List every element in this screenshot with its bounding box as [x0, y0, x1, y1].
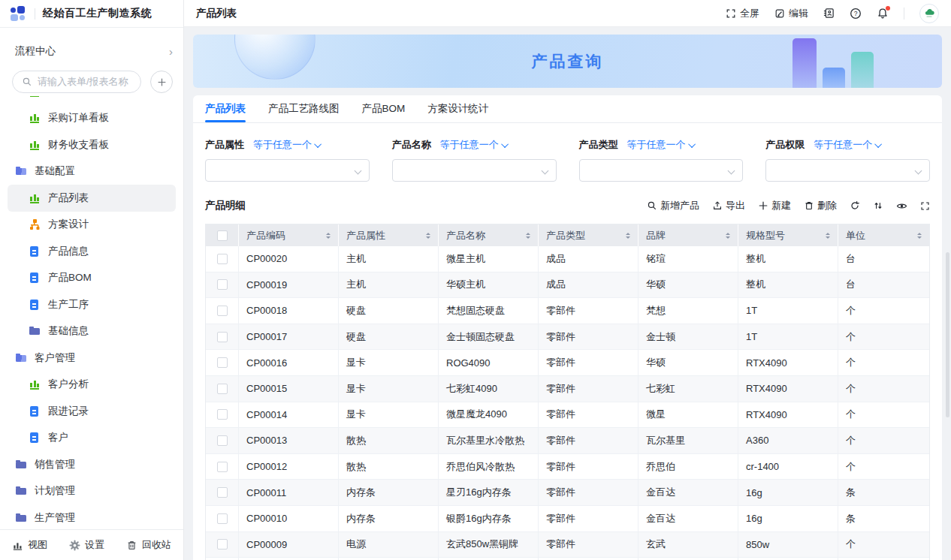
settings-button[interactable]: 设置 [69, 538, 104, 552]
sidebar-item[interactable]: 销售管理 [8, 451, 176, 478]
row-checkbox[interactable] [217, 384, 228, 394]
tab[interactable]: 产品BOM [362, 95, 406, 122]
filter-operator[interactable]: 等于任意一个 [814, 138, 872, 152]
cell-product-attr: 硬盘 [339, 298, 439, 324]
filter-select[interactable] [765, 159, 930, 182]
sidebar-item[interactable]: 生产管理 [8, 504, 176, 526]
table-row[interactable]: CP00016 显卡 ROG4090 零部件 华硕 RTX4090 个 [206, 350, 929, 376]
tab[interactable]: 产品工艺路线图 [268, 95, 340, 122]
refresh-button[interactable] [850, 200, 860, 211]
table-row[interactable]: CP00010 内存条 银爵16g内存条 零部件 金百达 16g 条 [206, 506, 929, 532]
fullscreen-button[interactable]: 全屏 [726, 7, 759, 20]
notifications-button[interactable] [877, 8, 889, 20]
form-search-input[interactable]: 请输入表单/报表名称 [12, 71, 141, 93]
row-checkbox[interactable] [217, 462, 228, 472]
sidebar-item[interactable]: 产品信息 [8, 238, 176, 265]
sidebar-item[interactable]: 客户 [8, 425, 176, 452]
sidebar-item[interactable]: 基础信息 [8, 318, 176, 345]
row-checkbox[interactable] [217, 513, 228, 524]
table-row[interactable]: CP00019 主机 华硕主机 成品 华硕 整机 台 [206, 272, 929, 299]
row-checkbox[interactable] [217, 539, 228, 549]
table-row[interactable]: CP00014 显卡 微星魔龙4090 零部件 微星 RTX4090 个 [206, 402, 929, 429]
row-checkbox[interactable] [217, 332, 228, 342]
help-icon: ? [850, 8, 862, 20]
sort-icon[interactable] [826, 233, 830, 239]
views-button[interactable]: 视图 [12, 538, 47, 552]
sidebar-item[interactable]: 采购订单看板 [8, 105, 176, 132]
contacts-icon [823, 8, 835, 19]
sidebar-item[interactable]: 产品列表 [8, 185, 176, 212]
edit-button[interactable]: 编辑 [774, 7, 808, 20]
column-header[interactable]: 产品编码 [239, 224, 339, 246]
filter-select[interactable] [579, 159, 744, 182]
sidebar-item[interactable]: 客户分析 [8, 372, 176, 399]
column-header[interactable]: 产品属性 [339, 224, 439, 246]
sidebar-item[interactable]: 基础配置 [8, 158, 176, 185]
sort-icon[interactable] [917, 233, 922, 239]
export-button[interactable]: 导出 [712, 199, 745, 212]
row-checkbox[interactable] [217, 357, 228, 368]
column-header[interactable]: 产品名称 [439, 224, 539, 246]
add-product-button[interactable]: 新增产品 [647, 199, 699, 212]
table-row[interactable]: CP00018 硬盘 梵想固态硬盘 零部件 梵想 1T 个 [206, 298, 929, 324]
cell-unit: 个 [838, 428, 929, 454]
eye-icon [896, 200, 907, 212]
delete-button[interactable]: 删除 [804, 199, 837, 212]
help-button[interactable]: ? [850, 8, 862, 20]
cell-product-type: 零部件 [539, 402, 639, 429]
filter-operator[interactable]: 等于任意一个 [440, 138, 499, 152]
contacts-button[interactable] [823, 8, 835, 19]
column-header[interactable]: 品牌 [639, 224, 738, 246]
row-checkbox[interactable] [217, 435, 228, 446]
row-checkbox[interactable] [217, 254, 228, 264]
column-header[interactable]: 规格型号 [738, 224, 838, 246]
table-fullscreen-button[interactable] [920, 201, 930, 211]
column-header[interactable]: 单位 [838, 224, 929, 246]
table-row[interactable]: CP00015 显卡 七彩虹4090 零部件 七彩虹 RTX4090 个 [206, 376, 929, 402]
sort-button[interactable] [873, 200, 883, 211]
sort-icon[interactable] [626, 233, 630, 239]
row-checkbox[interactable] [217, 409, 228, 420]
filter-select[interactable] [392, 159, 557, 182]
sidebar-item[interactable]: 销售订单看板 [8, 96, 176, 105]
filter-operator[interactable]: 等于任意一个 [627, 138, 686, 152]
sidebar-item[interactable]: 生产工序 [8, 291, 176, 318]
filter-operator[interactable]: 等于任意一个 [253, 138, 312, 152]
select-all-checkbox[interactable] [217, 230, 228, 241]
table-row[interactable]: CP00011 内存条 星刃16g内存条 零部件 金百达 16g 条 [206, 480, 929, 506]
sort-icon[interactable] [726, 233, 730, 239]
cell-product-code: CP00012 [239, 454, 339, 480]
row-checkbox[interactable] [217, 487, 228, 498]
table-row[interactable]: CP00012 散热 乔思伯风冷散热 零部件 乔思伯 cr-1400 个 [206, 454, 929, 480]
recycle-bin-button[interactable]: 回收站 [126, 538, 171, 552]
add-form-button[interactable] [150, 71, 173, 93]
table-row[interactable]: CP00013 散热 瓦尔基里水冷散热 零部件 瓦尔基里 A360 个 [206, 428, 929, 454]
chart-icon [29, 378, 41, 390]
sidebar-item[interactable]: 方案设计 [8, 212, 176, 239]
sidebar-item[interactable]: 财务收支看板 [8, 131, 176, 158]
table-row[interactable]: CP00017 硬盘 金士顿固态硬盘 零部件 金士顿 1T 个 [206, 324, 929, 351]
filter-select[interactable] [205, 159, 370, 182]
cell-brand: 七彩虹 [639, 376, 738, 402]
tab[interactable]: 方案设计统计 [427, 95, 488, 122]
sidebar-item[interactable]: 跟进记录 [8, 398, 176, 425]
sort-icon[interactable] [526, 233, 530, 239]
sort-icon[interactable] [326, 233, 331, 239]
table-row[interactable]: CP00009 电源 玄武850w黑铜牌 零部件 玄武 850w 个 [206, 532, 929, 558]
sidebar-item[interactable]: 客户管理 [8, 345, 176, 372]
visibility-button[interactable] [896, 200, 907, 212]
cell-product-name: 乔思伯风冷散热 [439, 454, 539, 480]
row-checkbox[interactable] [217, 306, 228, 316]
create-button[interactable]: 新建 [758, 199, 791, 212]
sidebar-item[interactable]: 计划管理 [8, 478, 176, 505]
sidebar-item[interactable]: 产品BOM [8, 265, 176, 292]
sort-icon[interactable] [426, 233, 430, 239]
table-row[interactable]: CP00020 主机 微星主机 成品 铭瑄 整机 台 [206, 246, 929, 272]
row-checkbox[interactable] [217, 279, 228, 290]
process-center-item[interactable]: 流程中心 › [15, 40, 173, 62]
tab[interactable]: 产品列表 [205, 95, 246, 122]
column-header[interactable]: 产品类型 [539, 224, 639, 246]
vertical-scrollbar[interactable] [946, 252, 949, 417]
cell-product-name: 银爵16g内存条 [439, 506, 539, 532]
avatar[interactable] [919, 4, 939, 23]
